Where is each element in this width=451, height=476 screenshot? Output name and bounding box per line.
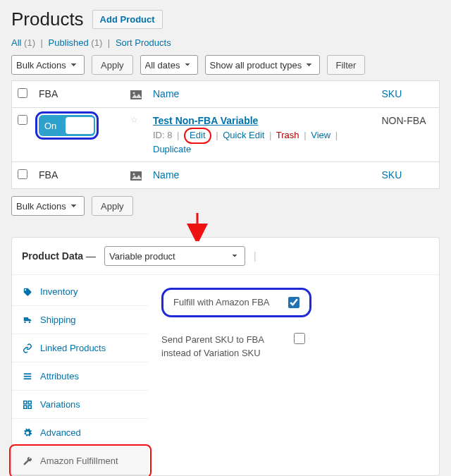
- svg-rect-5: [24, 373, 32, 374]
- wrench-icon: [22, 456, 33, 466]
- sort-products-link[interactable]: Sort Products: [116, 37, 171, 48]
- tab-shipping[interactable]: Shipping: [12, 306, 149, 334]
- row-quick-edit-link[interactable]: Quick Edit: [223, 130, 264, 140]
- image-icon: [130, 171, 142, 181]
- parent-sku-checkbox[interactable]: [294, 333, 305, 344]
- filter-button[interactable]: Filter: [327, 55, 366, 75]
- tab-inventory[interactable]: Inventory: [12, 278, 149, 306]
- image-icon: [130, 90, 142, 99]
- view-links: All (1) | Published (1) | Sort Products: [11, 37, 440, 48]
- svg-rect-6: [24, 375, 32, 377]
- select-all-checkbox-top[interactable]: [18, 88, 27, 98]
- product-data-tabs: Inventory Shipping Linked Products Attri…: [12, 275, 149, 475]
- col-fba-head[interactable]: FBA: [33, 81, 125, 108]
- apply-top-button[interactable]: Apply: [92, 55, 133, 75]
- product-data-label: Product Data —: [22, 250, 96, 262]
- col-name-foot[interactable]: Name: [147, 162, 376, 189]
- page-title: Products: [11, 8, 84, 30]
- col-fba-foot[interactable]: FBA: [33, 162, 125, 189]
- row-sku: NON-FBA: [376, 108, 440, 162]
- svg-point-1: [133, 92, 135, 94]
- tab-amazon-fulfillment[interactable]: Amazon Fulfillment: [12, 447, 149, 475]
- view-published-count: (1): [91, 37, 102, 48]
- tab-linked-products[interactable]: Linked Products: [12, 334, 149, 362]
- tab-variations[interactable]: Variations: [12, 391, 149, 419]
- list-icon: [22, 372, 33, 382]
- svg-rect-11: [28, 405, 31, 408]
- col-image-foot[interactable]: [125, 162, 147, 189]
- annotation-arrow: [11, 213, 440, 241]
- gear-icon: [22, 428, 33, 438]
- select-all-checkbox-bottom[interactable]: [18, 169, 27, 179]
- row-trash-link[interactable]: Trash: [276, 130, 299, 140]
- svg-rect-7: [24, 378, 32, 379]
- svg-point-3: [133, 173, 135, 175]
- row-checkbox[interactable]: [18, 115, 27, 125]
- product-id-label: ID: 8: [153, 130, 172, 140]
- dates-select[interactable]: All dates: [140, 55, 198, 75]
- grid-icon: [22, 400, 33, 410]
- truck-icon: [22, 315, 33, 325]
- product-type-select[interactable]: Variable product: [104, 246, 245, 266]
- product-data-panel: Product Data — Variable product | Invent…: [11, 237, 440, 476]
- col-sku-foot[interactable]: SKU: [376, 162, 440, 189]
- parent-sku-label: Send Parent SKU to FBA instead of Variat…: [161, 333, 281, 360]
- fba-toggle-label: On: [44, 121, 56, 131]
- tag-icon: [22, 287, 33, 297]
- featured-star-icon[interactable]: ☆: [125, 108, 147, 162]
- svg-rect-9: [28, 401, 31, 403]
- svg-rect-10: [24, 405, 27, 408]
- svg-rect-0: [130, 90, 142, 99]
- view-all-count: (1): [24, 37, 35, 48]
- col-name-head[interactable]: Name: [147, 81, 376, 108]
- tab-attributes[interactable]: Attributes: [12, 362, 149, 391]
- row-view-link[interactable]: View: [311, 130, 330, 140]
- col-sku-head[interactable]: SKU: [376, 81, 440, 108]
- view-all-link[interactable]: All: [11, 37, 21, 48]
- col-image-head[interactable]: [125, 81, 147, 108]
- fba-toggle[interactable]: On: [39, 115, 95, 136]
- row-edit-link[interactable]: Edit: [190, 130, 205, 140]
- row-duplicate-link[interactable]: Duplicate: [153, 144, 191, 154]
- fulfill-fba-label: Fulfill with Amazon FBA: [173, 295, 270, 310]
- products-table: FBA Name SKU On ☆ Test Non-FBA: [11, 80, 440, 189]
- view-published-link[interactable]: Published: [49, 37, 89, 48]
- svg-rect-8: [24, 401, 27, 403]
- fba-toggle-knob: [66, 117, 94, 134]
- link-icon: [22, 343, 33, 353]
- tab-advanced[interactable]: Advanced: [12, 419, 149, 447]
- fulfill-fba-highlight: Fulfill with Amazon FBA: [161, 288, 311, 317]
- table-row: On ☆ Test Non-FBA Variable ID: 8 | Edit …: [12, 108, 440, 162]
- bulk-actions-select-top[interactable]: Bulk Actions: [11, 55, 85, 75]
- product-types-select[interactable]: Show all product types: [205, 55, 320, 75]
- fulfill-fba-checkbox[interactable]: [288, 297, 299, 308]
- product-title-link[interactable]: Test Non-FBA Variable: [153, 115, 258, 126]
- add-product-button[interactable]: Add Product: [92, 10, 163, 29]
- svg-rect-2: [130, 171, 142, 181]
